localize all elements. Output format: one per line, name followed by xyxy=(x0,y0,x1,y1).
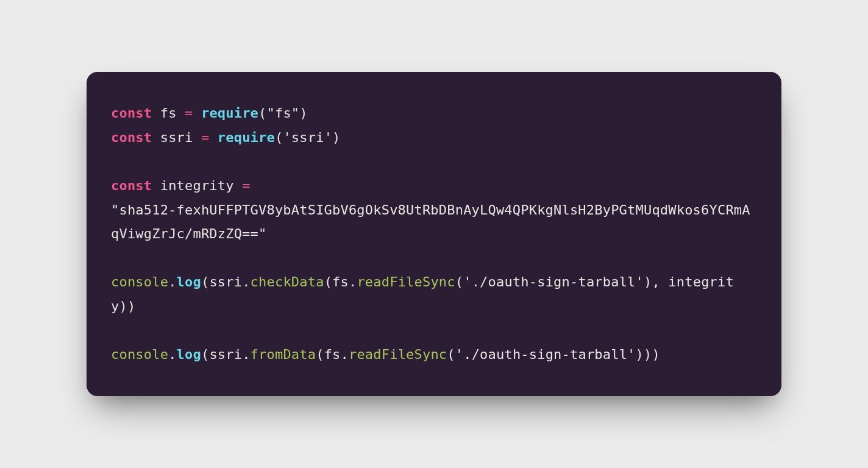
paren-close: ) xyxy=(644,274,652,289)
paren-close: ) xyxy=(119,299,127,314)
property-log: log xyxy=(177,347,201,362)
dot: . xyxy=(168,347,176,362)
paren-open: ( xyxy=(447,347,455,362)
paren-open: ( xyxy=(316,347,324,362)
comma: , xyxy=(652,274,668,289)
paren-close: ) xyxy=(652,347,660,362)
paren-close: ) xyxy=(332,130,340,145)
function-require: require xyxy=(218,130,275,145)
variable-ssri: ssri xyxy=(160,130,193,145)
string-hash: "sha512-fexhUFFPTGV8ybAtSIGbV6gOkSv8UtRb… xyxy=(111,202,750,242)
keyword-const: const xyxy=(111,105,152,121)
code-block: const fs = require("fs") const ssri = re… xyxy=(87,72,781,396)
paren-open: ( xyxy=(275,130,283,145)
variable-fs: fs xyxy=(324,347,341,362)
method-fromdata: fromData xyxy=(251,347,316,362)
variable-ssri: ssri xyxy=(209,274,242,289)
object-console: console xyxy=(111,347,168,362)
method-readfilesync: readFileSync xyxy=(349,347,447,362)
code-line-5: "sha512-fexhUFFPTGV8ybAtSIGbV6gOkSv8UtRb… xyxy=(111,202,750,242)
function-require: require xyxy=(201,105,258,121)
paren-open: ( xyxy=(201,347,209,362)
property-log: log xyxy=(177,274,201,289)
code-line-4: const integrity = xyxy=(111,178,251,193)
operator-equals: = xyxy=(201,130,209,145)
method-checkdata: checkData xyxy=(251,274,324,289)
keyword-const: const xyxy=(111,130,152,145)
code-line-7: console.log(ssri.checkData(fs.readFileSy… xyxy=(111,274,734,314)
code-line-2: const ssri = require('ssri') xyxy=(111,130,341,145)
keyword-const: const xyxy=(111,178,152,193)
dot: . xyxy=(242,347,250,362)
paren-close: ) xyxy=(127,299,135,314)
operator-equals: = xyxy=(185,105,193,121)
string-path: './oauth-sign-tarball' xyxy=(455,347,636,362)
dot: . xyxy=(242,274,250,289)
object-console: console xyxy=(111,274,168,289)
paren-open: ( xyxy=(258,105,266,121)
paren-close: ) xyxy=(299,105,307,121)
variable-fs: fs xyxy=(160,105,177,121)
variable-fs: fs xyxy=(332,274,349,289)
string-fs: "fs" xyxy=(267,105,300,121)
dot: . xyxy=(341,347,349,362)
paren-close: ) xyxy=(644,347,652,362)
dot: . xyxy=(168,274,176,289)
paren-close: ) xyxy=(636,347,644,362)
operator-equals: = xyxy=(242,178,250,193)
code-line-9: console.log(ssri.fromData(fs.readFileSyn… xyxy=(111,347,660,362)
variable-ssri: ssri xyxy=(209,347,242,362)
paren-open: ( xyxy=(201,274,209,289)
paren-open: ( xyxy=(324,274,332,289)
string-ssri: 'ssri' xyxy=(283,130,332,145)
variable-integrity: integrity xyxy=(160,178,234,193)
paren-open: ( xyxy=(455,274,463,289)
dot: . xyxy=(349,274,357,289)
string-path: './oauth-sign-tarball' xyxy=(463,274,644,289)
code-line-1: const fs = require("fs") xyxy=(111,105,308,121)
method-readfilesync: readFileSync xyxy=(357,274,455,289)
